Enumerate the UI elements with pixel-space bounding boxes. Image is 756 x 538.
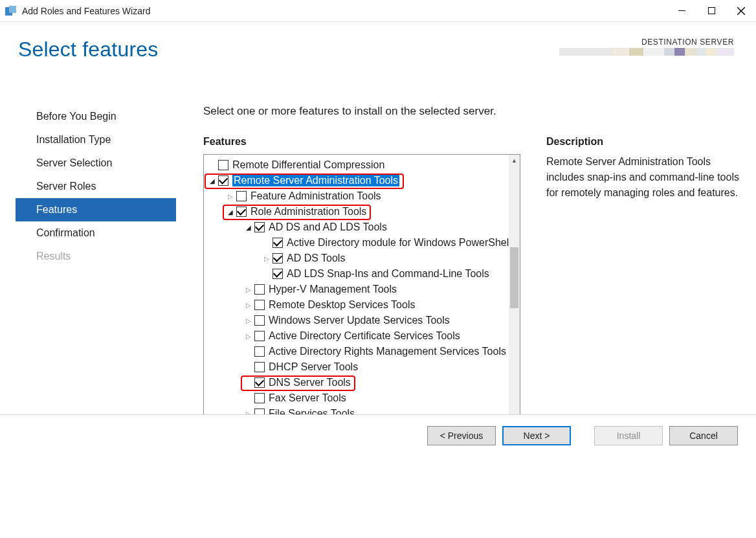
nav-step-before-you-begin[interactable]: Before You Begin [16, 105, 176, 128]
server-manager-icon [5, 6, 17, 16]
destination-server-block: DESTINATION SERVER [559, 38, 738, 56]
close-button[interactable] [726, 0, 756, 22]
description-text: Remote Server Administration Tools inclu… [546, 154, 740, 201]
tree-checkbox[interactable] [218, 175, 228, 186]
nav-step-results: Results [16, 245, 176, 268]
tree-checkbox[interactable] [254, 362, 265, 372]
instruction-text: Select one or more features to install o… [203, 105, 740, 118]
tree-item[interactable]: ▷Active Directory module for Windows Pow… [204, 235, 520, 251]
features-tree-container: ▷Remote Differential Compression◢Remote … [203, 154, 520, 456]
previous-button[interactable]: < Previous [427, 426, 496, 445]
expand-icon[interactable]: ▷ [244, 317, 253, 324]
tree-item-label[interactable]: Active Directory module for Windows Powe… [287, 237, 511, 249]
page-header: Select features DESTINATION SERVER [0, 22, 756, 93]
tree-item[interactable]: ▷Remote Desktop Services Tools [204, 297, 520, 313]
svg-rect-1 [9, 6, 16, 13]
tree-checkbox[interactable] [254, 346, 265, 357]
svg-rect-3 [708, 8, 715, 14]
tree-checkbox[interactable] [218, 160, 228, 170]
page-title: Select features [18, 38, 158, 62]
install-button: Install [594, 426, 663, 445]
tree-item-label[interactable]: DHCP Server Tools [269, 361, 358, 373]
tree-item-label[interactable]: Feature Administration Tools [250, 190, 381, 202]
tree-item[interactable]: ◢AD DS and AD LDS Tools [204, 219, 520, 235]
wizard-steps-nav: Before You BeginInstallation TypeServer … [16, 93, 176, 456]
tree-item[interactable]: ▷DHCP Server Tools [204, 359, 520, 375]
wizard-body: Before You BeginInstallation TypeServer … [0, 93, 756, 456]
tree-item-label[interactable]: Hyper-V Management Tools [269, 284, 397, 295]
tree-item[interactable]: ▷Fax Server Tools [204, 390, 520, 406]
collapse-icon[interactable]: ◢ [226, 208, 235, 216]
nav-step-confirmation[interactable]: Confirmation [16, 221, 176, 245]
window-title: Add Roles and Features Wizard [22, 6, 667, 16]
tree-item[interactable]: ▷Active Directory Certificate Services T… [204, 328, 520, 344]
nav-step-installation-type[interactable]: Installation Type [16, 128, 176, 151]
tree-checkbox[interactable] [254, 377, 265, 388]
tree-checkbox[interactable] [236, 207, 247, 217]
tree-item-label[interactable]: AD DS and AD LDS Tools [269, 221, 387, 233]
tree-item-label[interactable]: AD LDS Snap-Ins and Command-Line Tools [287, 268, 489, 280]
tree-checkbox[interactable] [236, 191, 247, 201]
destination-server-name-redacted [559, 48, 734, 56]
tree-item[interactable]: ▷DNS Server Tools [204, 375, 520, 390]
content-area: Select one or more features to install o… [176, 93, 740, 456]
nav-step-features[interactable]: Features [16, 198, 176, 221]
next-button[interactable]: Next > [502, 426, 571, 445]
tree-item[interactable]: ◢Remote Server Administration Tools [204, 173, 520, 188]
expand-icon[interactable]: ▷ [244, 302, 253, 309]
tree-item-label[interactable]: Windows Server Update Services Tools [269, 315, 450, 326]
minimize-button[interactable] [667, 0, 696, 22]
tree-item-label[interactable]: Role Administration Tools [250, 206, 366, 218]
vertical-scrollbar[interactable]: ▲ ▼ [509, 155, 520, 444]
vertical-scroll-thumb[interactable] [510, 247, 518, 308]
tree-item[interactable]: ▷AD LDS Snap-Ins and Command-Line Tools [204, 266, 520, 282]
features-panel-label: Features [203, 136, 520, 148]
tree-checkbox[interactable] [254, 393, 265, 403]
nav-step-server-roles[interactable]: Server Roles [16, 175, 176, 198]
expand-icon[interactable]: ▷ [262, 255, 271, 262]
tree-checkbox[interactable] [254, 331, 265, 341]
tree-item-label[interactable]: Remote Server Administration Tools [232, 175, 399, 186]
maximize-button[interactable] [696, 0, 726, 22]
expand-icon[interactable]: ▷ [244, 333, 253, 340]
features-tree[interactable]: ▷Remote Differential Compression◢Remote … [204, 155, 520, 455]
tree-item[interactable]: ▷Hyper-V Management Tools [204, 282, 520, 297]
tree-item-label[interactable]: Remote Differential Compression [232, 159, 384, 171]
nav-step-server-selection[interactable]: Server Selection [16, 151, 176, 175]
tree-item[interactable]: ▷AD DS Tools [204, 251, 520, 266]
tree-item[interactable]: ▷Remote Differential Compression [204, 157, 520, 173]
tree-checkbox[interactable] [272, 269, 283, 279]
window-titlebar: Add Roles and Features Wizard [0, 0, 756, 22]
tree-checkbox[interactable] [254, 222, 265, 232]
tree-checkbox[interactable] [254, 315, 265, 326]
expand-icon[interactable]: ▷ [226, 193, 235, 200]
expand-icon[interactable]: ▷ [244, 286, 253, 293]
tree-item[interactable]: ▷Feature Administration Tools [204, 188, 520, 204]
tree-checkbox[interactable] [272, 253, 283, 263]
tree-item-label[interactable]: Active Directory Rights Management Servi… [269, 346, 506, 357]
tree-item[interactable]: ◢Role Administration Tools [204, 204, 520, 219]
scroll-up-arrow-icon[interactable]: ▲ [509, 155, 520, 166]
tree-checkbox[interactable] [272, 238, 283, 248]
cancel-button[interactable]: Cancel [669, 426, 738, 445]
collapse-icon[interactable]: ◢ [208, 177, 217, 185]
destination-server-label: DESTINATION SERVER [559, 38, 734, 47]
tree-item-label[interactable]: Active Directory Certificate Services To… [269, 330, 460, 342]
tree-item-label[interactable]: Fax Server Tools [269, 392, 346, 404]
wizard-footer: < Previous Next > Install Cancel [0, 414, 756, 456]
tree-item-label[interactable]: Remote Desktop Services Tools [269, 299, 415, 311]
description-panel-label: Description [546, 136, 740, 148]
tree-item-label[interactable]: DNS Server Tools [269, 377, 351, 388]
tree-checkbox[interactable] [254, 300, 265, 310]
tree-item[interactable]: ▷Active Directory Rights Management Serv… [204, 344, 520, 359]
tree-item-label[interactable]: AD DS Tools [287, 252, 345, 264]
collapse-icon[interactable]: ◢ [244, 224, 253, 231]
tree-item[interactable]: ▷Windows Server Update Services Tools [204, 313, 520, 328]
tree-checkbox[interactable] [254, 284, 265, 295]
